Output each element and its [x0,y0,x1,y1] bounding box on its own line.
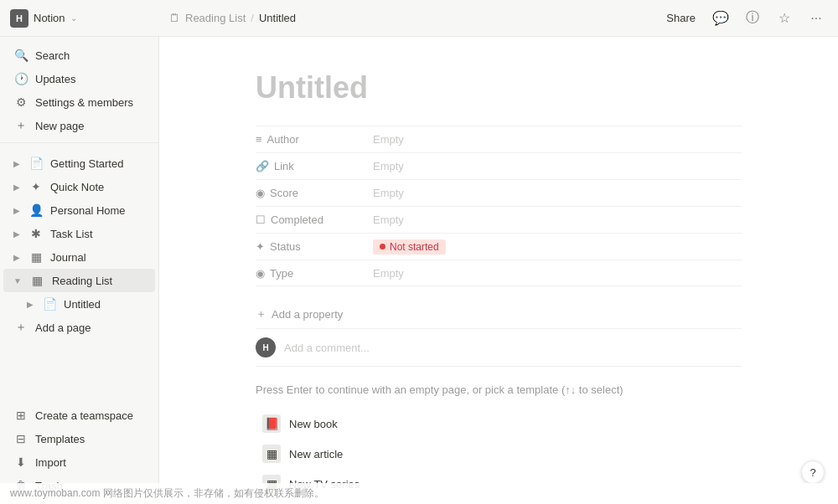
more-options-icon[interactable]: ··· [804,7,828,30]
property-status: ✦ Status Not started [256,233,742,260]
getting-started-icon: 📄 [28,157,44,170]
personal-home-icon: 👤 [28,203,44,217]
sidebar-item-journal[interactable]: ▶ ▦ Journal [3,245,155,269]
property-completed: ☐ Completed Empty [256,206,742,233]
expand-icon: ▶ [13,253,20,262]
status-value[interactable]: Not started [373,239,742,255]
titlebar: H Notion ⌄ 🗒 Reading List / Untitled Sha… [0,0,838,37]
sidebar-item-new-page[interactable]: ＋ New page [3,114,155,137]
score-value[interactable]: Empty [373,187,742,199]
share-button[interactable]: Share [661,9,701,27]
watermark: www.toymoban.com 网络图片仅供展示，非存储，如有侵权联系删除。 [0,483,838,504]
untitled-icon: 📄 [42,297,57,311]
sidebar-item-personal-home[interactable]: ▶ 👤 Personal Home [3,198,155,222]
template-option-new-book[interactable]: 📕 New book [256,409,742,438]
link-icon: 🔗 [256,160,269,172]
link-value[interactable]: Empty [373,160,742,172]
templates-icon: ⊟ [13,432,28,445]
sidebar: 🔍 Search 🕐 Updates ⚙ Settings & members … [0,37,159,504]
titlebar-actions: Share 💬 ⓘ ☆ ··· [661,7,828,30]
sidebar-item-getting-started[interactable]: ▶ 📄 Getting Started [3,152,155,175]
teamspace-icon: ⊞ [13,409,28,422]
expand-icon: ▶ [27,300,34,309]
sidebar-item-settings[interactable]: ⚙ Settings & members [3,90,155,114]
settings-icon: ⚙ [13,95,28,109]
breadcrumb-current: Untitled [259,12,296,24]
status-icon: ✦ [256,240,265,253]
expand-icon: ▶ [13,229,20,239]
property-score: ◉ Score Empty [256,179,742,206]
status-badge[interactable]: Not started [373,239,446,255]
info-icon[interactable]: ⓘ [741,7,764,30]
score-icon: ◉ [256,187,265,199]
sidebar-item-create-teamspace[interactable]: ⊞ Create a teamspace [3,404,155,427]
properties-section: ≡ Author Empty 🔗 Link Empty ◉ [256,126,742,286]
property-type: ◉ Type Empty [256,260,742,286]
sidebar-divider [0,142,158,143]
comment-input[interactable]: Add a comment... [284,342,370,354]
main-layout: 🔍 Search 🕐 Updates ⚙ Settings & members … [0,37,838,504]
type-icon: ◉ [256,267,265,280]
search-icon: 🔍 [13,49,28,62]
property-link: 🔗 Link Empty [256,152,742,179]
completed-value[interactable]: Empty [373,213,742,226]
sidebar-item-templates[interactable]: ⊟ Templates [3,427,155,450]
sidebar-item-quick-note[interactable]: ▶ ✦ Quick Note [3,175,155,198]
help-button[interactable]: ? [801,460,825,484]
sidebar-item-add-page[interactable]: ＋ Add a page [3,316,155,339]
comment-icon[interactable]: 💬 [709,7,732,30]
property-author: ≡ Author Empty [256,126,742,152]
breadcrumb-parent[interactable]: Reading List [185,12,246,24]
chevron-down-icon[interactable]: ⌄ [70,13,77,23]
sidebar-pages: ▶ 📄 Getting Started ▶ ✦ Quick Note ▶ 👤 P… [0,152,158,339]
star-icon[interactable]: ☆ [773,7,796,30]
completed-icon: ☐ [256,213,266,226]
sidebar-item-task-list[interactable]: ▶ ✱ Task List [3,222,155,245]
add-property-button[interactable]: ＋ Add a property [256,300,742,328]
breadcrumb: 🗒 Reading List / Untitled [169,12,661,24]
content-area: Untitled ≡ Author Empty 🔗 Link [159,37,838,504]
sidebar-item-reading-list[interactable]: ▼ ▦ Reading List [3,269,155,292]
author-value[interactable]: Empty [373,133,742,146]
breadcrumb-page-icon: 🗒 [169,12,180,24]
titlebar-left: H Notion ⌄ [10,9,169,28]
breadcrumb-separator: / [251,12,254,24]
expand-icon: ▶ [13,183,20,192]
expand-icon: ▶ [13,206,20,215]
comment-avatar: H [256,337,276,357]
expand-icon: ▼ [13,276,22,285]
workspace-name: Notion [34,12,65,24]
template-option-new-article[interactable]: ▦ New article [256,440,742,468]
new-page-icon: ＋ [13,118,28,133]
status-dot [380,244,385,249]
sidebar-item-import[interactable]: ⬇ Import [3,450,155,474]
import-icon: ⬇ [13,455,28,469]
sidebar-item-search[interactable]: 🔍 Search [3,44,155,67]
new-book-icon: 📕 [262,414,281,433]
add-property-icon: ＋ [256,306,266,321]
sidebar-item-untitled[interactable]: ▶ 📄 Untitled [3,292,155,316]
comment-area: H Add a comment... [256,328,742,367]
updates-icon: 🕐 [13,72,28,85]
journal-icon: ▦ [28,250,44,264]
sidebar-item-updates[interactable]: 🕐 Updates [3,67,155,90]
expand-icon: ▶ [13,159,20,168]
new-article-icon: ▦ [262,445,281,463]
quick-note-icon: ✦ [28,180,44,193]
task-list-icon: ✱ [28,227,44,240]
type-value[interactable]: Empty [373,267,742,280]
workspace-avatar: H [10,9,28,28]
page-content: Untitled ≡ Author Empty 🔗 Link [205,37,792,504]
reading-list-icon: ▦ [30,274,45,287]
author-icon: ≡ [256,133,262,146]
add-page-icon: ＋ [13,320,28,335]
template-hint: Press Enter to continue with an empty pa… [256,383,742,396]
page-title[interactable]: Untitled [256,70,742,105]
